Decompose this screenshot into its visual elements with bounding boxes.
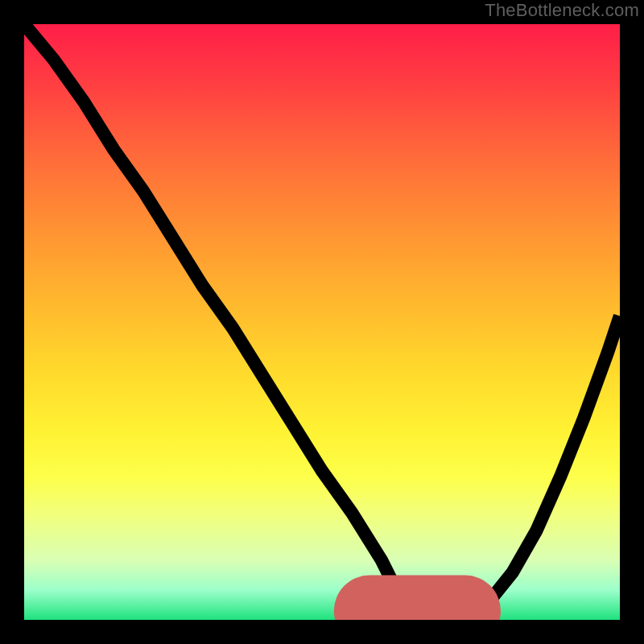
plot-area — [24, 24, 620, 620]
chart-svg — [24, 24, 620, 620]
bottleneck-curve — [24, 24, 620, 620]
chart-frame: TheBottleneck.com — [0, 0, 644, 644]
optimal-range-end-dot — [460, 599, 476, 614]
watermark-label: TheBottleneck.com — [485, 0, 639, 21]
